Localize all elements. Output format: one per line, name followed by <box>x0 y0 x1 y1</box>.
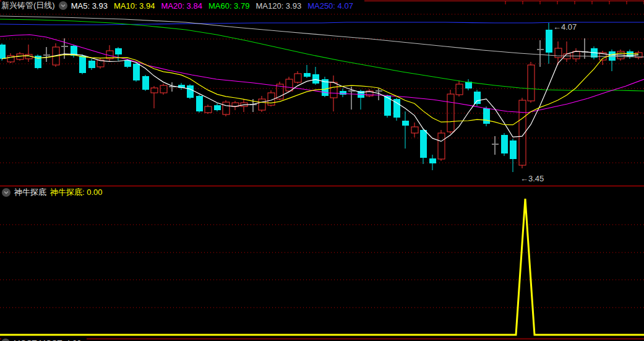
ma-label-ma60: MA60: 3.79 <box>208 1 250 11</box>
stock-chart-window: ←4.07←3.45 新兴铸管(日线) MA5: 3.93MA10: 3.94M… <box>0 0 644 341</box>
bottom-chevron-down-icon[interactable] <box>1 339 10 341</box>
chart-canvas[interactable]: ←4.07←3.45 <box>0 0 644 341</box>
price-annotation: ←3.45 <box>520 174 544 183</box>
bottom-panel-header: MOST MOST: 4.00 <box>1 338 87 341</box>
indicator-chevron-down-icon[interactable] <box>2 188 11 197</box>
ma-label-ma20: MA20: 3.84 <box>161 1 202 11</box>
indicator-name: 神牛探底 <box>14 187 46 198</box>
price-annotation: ←4.07 <box>553 22 577 32</box>
main-chart-header: 新兴铸管(日线) MA5: 3.93MA10: 3.94MA20: 3.84MA… <box>1 1 364 11</box>
ma-values: MA5: 3.93MA10: 3.94MA20: 3.84MA60: 3.79M… <box>71 1 359 11</box>
indicator-header: 神牛探底 神牛探底: 0.00 <box>2 188 108 197</box>
bottom-indicator-label: MOST MOST: 4.00 <box>14 339 82 341</box>
ma-label-ma10: MA10: 3.94 <box>114 1 155 11</box>
chevron-down-icon[interactable] <box>59 1 67 10</box>
indicator-value: 神牛探底: 0.00 <box>50 187 103 198</box>
ma-label-ma120: MA120: 3.93 <box>255 1 301 11</box>
ma-label-ma250: MA250: 4.07 <box>307 1 353 11</box>
stock-title: 新兴铸管(日线) <box>1 0 55 11</box>
ma-label-ma5: MA5: 3.93 <box>71 1 108 11</box>
